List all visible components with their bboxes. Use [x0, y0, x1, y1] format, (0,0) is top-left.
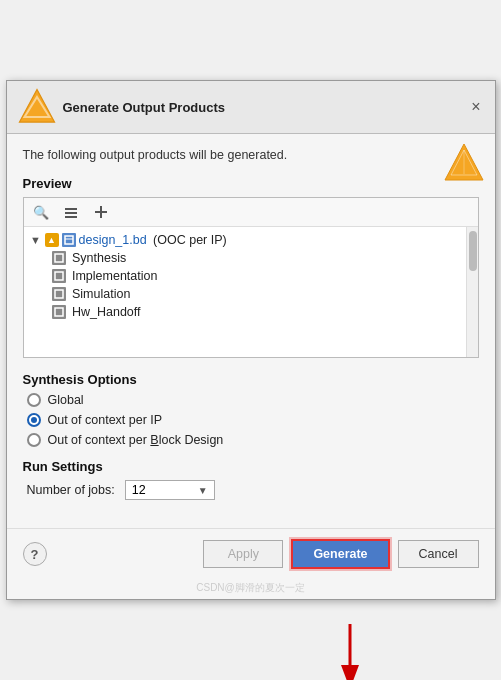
vivado-logo-large — [443, 142, 485, 184]
tree-node-icon — [52, 251, 66, 265]
tree-root-icon2 — [62, 233, 76, 247]
svg-rect-13 — [55, 272, 63, 280]
tree-row: ▼ ▲ design_1.bd (OOC per IP) — [24, 231, 478, 249]
tree-expander[interactable]: ▼ — [30, 234, 42, 246]
run-settings-section: Run Settings Number of jobs: 12 ▼ — [23, 459, 479, 500]
tree-node-icon — [52, 269, 66, 283]
radio-dot-ooc-ip — [31, 417, 37, 423]
radio-circle-global — [27, 393, 41, 407]
synthesis-options-header: Synthesis Options — [23, 372, 479, 387]
preview-section-header: Preview — [23, 176, 479, 191]
jobs-select[interactable]: 12 ▼ — [125, 480, 215, 500]
expand-all-icon[interactable] — [90, 202, 112, 222]
app-icon — [17, 87, 57, 127]
run-settings-header: Run Settings — [23, 459, 479, 474]
radio-label-global: Global — [48, 393, 84, 407]
apply-button[interactable]: Apply — [203, 540, 283, 568]
tree-root-label: design_1.bd — [79, 233, 147, 247]
watermark: CSDN@脚滑的夏次一定 — [7, 579, 495, 599]
tree-node-label: Synthesis — [69, 251, 127, 265]
dialog-body: The following output products will be ge… — [7, 134, 495, 528]
tree-node-label: Simulation — [69, 287, 131, 301]
tree-node-label: Hw_Handoff — [69, 305, 141, 319]
tree-node-label: Implementation — [69, 269, 158, 283]
synthesis-options-section: Synthesis Options Global Out of context … — [23, 372, 479, 447]
radio-circle-ooc-ip — [27, 413, 41, 427]
preview-section: Preview 🔍 ▼ ▲ — [23, 176, 479, 358]
close-button[interactable]: × — [467, 99, 484, 115]
tree-root-sublabel: (OOC per IP) — [150, 233, 227, 247]
tree-row: Simulation — [24, 285, 478, 303]
vivado-logo-area — [443, 142, 485, 187]
preview-toolbar: 🔍 — [24, 198, 478, 227]
generate-output-products-dialog: Generate Output Products × The following… — [6, 80, 496, 600]
tree-node-icon — [52, 305, 66, 319]
jobs-label: Number of jobs: — [27, 483, 115, 497]
tree-node-icon — [52, 287, 66, 301]
generate-button[interactable]: Generate — [291, 539, 389, 569]
scrollbar[interactable] — [466, 227, 478, 357]
arrow-svg — [325, 624, 375, 680]
dialog-footer: ? Apply Generate Cancel — [7, 528, 495, 579]
svg-rect-14 — [55, 290, 63, 298]
preview-box: 🔍 ▼ ▲ design — [23, 197, 479, 358]
synthesis-options-group: Global Out of context per IP Out of cont… — [23, 393, 479, 447]
title-bar: Generate Output Products × — [7, 81, 495, 134]
tree-row: Synthesis — [24, 249, 478, 267]
collapse-all-icon[interactable] — [60, 202, 82, 222]
radio-circle-ooc-bd — [27, 433, 41, 447]
preview-tree: ▼ ▲ design_1.bd (OOC per IP) Synthe — [24, 227, 478, 357]
svg-rect-6 — [65, 212, 77, 214]
svg-rect-12 — [55, 254, 63, 262]
run-settings-row: Number of jobs: 12 ▼ — [23, 480, 479, 500]
radio-label-ooc-bd: Out of context per Block Design — [48, 433, 224, 447]
dialog-title: Generate Output Products — [63, 100, 226, 115]
radio-item-global[interactable]: Global — [27, 393, 479, 407]
help-button[interactable]: ? — [23, 542, 47, 566]
title-bar-left: Generate Output Products — [17, 87, 226, 127]
scroll-thumb[interactable] — [469, 231, 477, 271]
intro-text: The following output products will be ge… — [23, 148, 479, 162]
search-icon[interactable]: 🔍 — [30, 202, 52, 222]
tree-row: Implementation — [24, 267, 478, 285]
radio-label-ooc-ip: Out of context per IP — [48, 413, 163, 427]
svg-rect-7 — [65, 216, 77, 218]
tree-root-icon: ▲ — [45, 233, 59, 247]
svg-rect-15 — [55, 308, 63, 316]
radio-item-ooc-bd[interactable]: Out of context per Block Design — [27, 433, 479, 447]
select-dropdown-arrow: ▼ — [198, 485, 208, 496]
tree-row: Hw_Handoff — [24, 303, 478, 321]
jobs-value: 12 — [132, 483, 146, 497]
svg-rect-5 — [65, 208, 77, 210]
svg-rect-10 — [65, 236, 73, 244]
radio-item-ooc-ip[interactable]: Out of context per IP — [27, 413, 479, 427]
cancel-button[interactable]: Cancel — [398, 540, 479, 568]
